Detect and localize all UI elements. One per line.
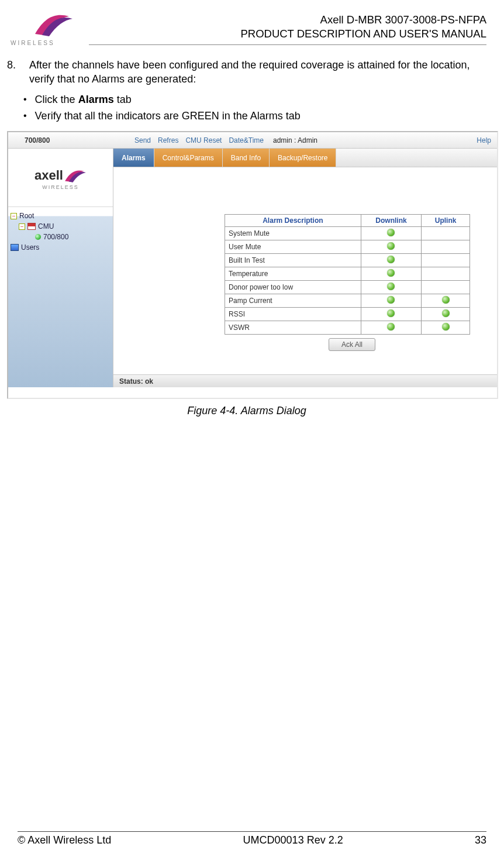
datetime-link[interactable]: Date&Time bbox=[229, 136, 264, 144]
table-row: VSWR bbox=[225, 321, 470, 335]
doc-model: Axell D-MBR 3007-3008-PS-NFPA bbox=[89, 13, 486, 27]
figure-caption: Figure 4-4. Alarms Dialog bbox=[7, 405, 486, 417]
uplink-cell bbox=[422, 254, 470, 267]
nav-tree: – Root – CMU 700/800 Users bbox=[8, 207, 113, 256]
status-dot-icon bbox=[35, 234, 41, 240]
alarm-name: VSWR bbox=[225, 321, 361, 335]
led-green-icon bbox=[387, 296, 395, 304]
table-row: Pamp Current bbox=[225, 294, 470, 308]
downlink-cell bbox=[361, 267, 421, 281]
brand-logo: WIRELESS bbox=[7, 9, 80, 46]
led-green-icon bbox=[387, 309, 395, 317]
collapse-icon[interactable]: – bbox=[11, 213, 17, 219]
uplink-cell bbox=[422, 240, 470, 254]
led-green-icon bbox=[387, 256, 395, 263]
downlink-cell bbox=[361, 294, 421, 308]
led-green-icon bbox=[387, 242, 395, 250]
step-text: After the channels have been configured … bbox=[29, 58, 481, 87]
uplink-cell bbox=[422, 227, 470, 240]
step-number: 8. bbox=[7, 58, 22, 87]
tab-band-info[interactable]: Band Info bbox=[223, 149, 270, 167]
cmu-reset-link[interactable]: CMU Reset bbox=[185, 136, 222, 144]
downlink-cell bbox=[361, 240, 421, 254]
page-header: WIRELESS Axell D-MBR 3007-3008-PS-NFPA P… bbox=[7, 9, 486, 50]
alarm-name: System Mute bbox=[225, 227, 361, 240]
app-screenshot: 700/800 Send Refres CMU Reset Date&Time … bbox=[7, 131, 498, 399]
tab-backup-restore[interactable]: Backup/Restore bbox=[270, 149, 336, 167]
alarm-name: Pamp Current bbox=[225, 294, 361, 308]
uplink-cell bbox=[422, 308, 470, 321]
table-row: Temperature bbox=[225, 267, 470, 281]
admin-label: admin : Admin bbox=[273, 136, 317, 144]
alarm-name: User Mute bbox=[225, 240, 361, 254]
tree-root[interactable]: – Root bbox=[11, 211, 111, 221]
bullet-icon: • bbox=[23, 109, 27, 123]
table-row: Built In Test bbox=[225, 254, 470, 267]
downlink-cell bbox=[361, 227, 421, 240]
ack-all-button[interactable]: Ack All bbox=[329, 338, 375, 351]
led-green-icon bbox=[442, 309, 450, 317]
send-link[interactable]: Send bbox=[134, 136, 151, 144]
downlink-cell bbox=[361, 308, 421, 321]
alarm-name: Temperature bbox=[225, 267, 361, 281]
downlink-cell bbox=[361, 254, 421, 267]
tree-users[interactable]: Users bbox=[11, 242, 111, 253]
doc-title-block: Axell D-MBR 3007-3008-PS-NFPA PRODUCT DE… bbox=[89, 13, 486, 45]
table-row: Donor power too low bbox=[225, 281, 470, 294]
sidebar: axell WIRELESS – Root – bbox=[8, 149, 113, 387]
led-green-icon bbox=[442, 323, 450, 331]
instruction-body: 8. After the channels have been configur… bbox=[7, 58, 481, 123]
table-row: RSSI bbox=[225, 308, 470, 321]
led-green-icon bbox=[442, 296, 450, 304]
alarm-name: Donor power too low bbox=[225, 281, 361, 294]
bullet-1: Click the Alarms tab bbox=[35, 92, 132, 106]
help-link[interactable]: Help bbox=[477, 136, 491, 144]
alarm-name: RSSI bbox=[225, 308, 361, 321]
led-green-icon bbox=[387, 323, 395, 331]
status-bar: Status: ok bbox=[113, 374, 497, 387]
tab-alarms[interactable]: Alarms bbox=[113, 149, 154, 167]
uplink-cell bbox=[422, 321, 470, 335]
downlink-cell bbox=[361, 281, 421, 294]
tab-bar: Alarms Control&Params Band Info Backup/R… bbox=[113, 149, 497, 167]
uplink-cell bbox=[422, 294, 470, 308]
bullet-icon: • bbox=[23, 92, 27, 106]
users-icon bbox=[11, 244, 19, 251]
col-downlink: Downlink bbox=[361, 215, 421, 227]
flag-icon bbox=[27, 223, 36, 230]
tree-band[interactable]: 700/800 bbox=[11, 232, 111, 242]
led-green-icon bbox=[387, 269, 395, 277]
collapse-icon[interactable]: – bbox=[19, 223, 25, 230]
footer-docid: UMCD00013 Rev 2.2 bbox=[243, 834, 343, 846]
refresh-link[interactable]: Refres bbox=[158, 136, 178, 144]
downlink-cell bbox=[361, 321, 421, 335]
table-row: System Mute bbox=[225, 227, 470, 240]
app-title: 700/800 bbox=[11, 136, 131, 144]
uplink-cell bbox=[422, 281, 470, 294]
tab-content: Alarm Description Downlink Uplink System… bbox=[113, 167, 497, 374]
footer-copyright: © Axell Wireless Ltd bbox=[18, 834, 111, 846]
doc-subtitle: PRODUCT DESCRIPTION AND USER'S MANUAL bbox=[89, 27, 486, 41]
led-green-icon bbox=[387, 283, 395, 290]
alarm-table: Alarm Description Downlink Uplink System… bbox=[225, 214, 470, 335]
col-uplink: Uplink bbox=[422, 215, 470, 227]
col-description: Alarm Description bbox=[225, 215, 361, 227]
bullet-2: Verify that all the indicators are GREEN… bbox=[35, 109, 301, 123]
led-green-icon bbox=[387, 229, 395, 236]
uplink-cell bbox=[422, 267, 470, 281]
footer-page: 33 bbox=[475, 834, 486, 846]
tab-control-params[interactable]: Control&Params bbox=[154, 149, 223, 167]
status-text: Status: ok bbox=[119, 377, 153, 386]
swish-icon bbox=[34, 9, 74, 39]
app-toolbar: 700/800 Send Refres CMU Reset Date&Time … bbox=[8, 132, 497, 149]
swish-icon bbox=[64, 166, 87, 185]
page-footer: © Axell Wireless Ltd UMCD00013 Rev 2.2 3… bbox=[18, 831, 486, 846]
table-row: User Mute bbox=[225, 240, 470, 254]
tree-cmu[interactable]: – CMU bbox=[11, 221, 111, 232]
brand-word: WIRELESS bbox=[7, 40, 80, 46]
alarm-name: Built In Test bbox=[225, 254, 361, 267]
sidebar-logo: axell WIRELESS bbox=[8, 149, 113, 207]
